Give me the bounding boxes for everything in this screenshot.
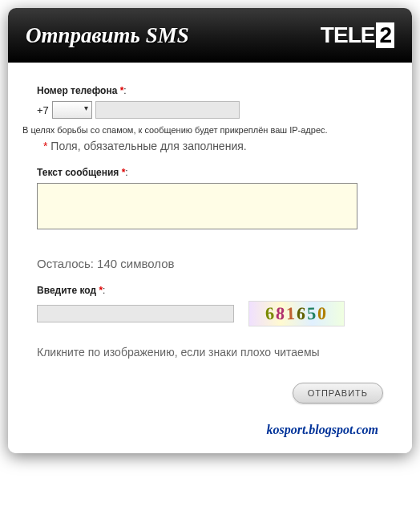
spam-notice: В целях борьбы со спамом, к сообщению бу… (22, 125, 383, 135)
captcha-image[interactable]: 6 8 1 6 5 0 (248, 301, 345, 326)
phone-label: Номер телефона *: (37, 85, 383, 96)
form-content: Номер телефона *: +7 В целях борьбы со с… (8, 63, 412, 453)
captcha-label: Введите код *: (37, 285, 383, 296)
chars-remaining: Осталось: 140 символов (37, 257, 383, 270)
phone-number-input[interactable] (95, 101, 240, 119)
captcha-input[interactable] (37, 305, 234, 322)
phone-code-select[interactable] (52, 101, 92, 119)
required-fields-notice: * Поля, обязательные для заполнения. (43, 140, 383, 152)
sms-form-card: Отправить SMS TELE2 Номер телефона *: +7… (8, 8, 412, 453)
captcha-hint: Кликните по изображению, если знаки плох… (37, 346, 383, 359)
watermark: kosport.blogspot.com (37, 423, 383, 437)
submit-button[interactable]: ОТПРАВИТЬ (293, 383, 383, 403)
message-textarea[interactable] (37, 183, 357, 229)
phone-prefix: +7 (37, 104, 49, 116)
tele2-logo: TELE2 (321, 22, 394, 48)
page-title: Отправить SMS (26, 23, 189, 48)
message-label: Текст сообщения *: (37, 167, 383, 178)
header: Отправить SMS TELE2 (8, 8, 412, 63)
